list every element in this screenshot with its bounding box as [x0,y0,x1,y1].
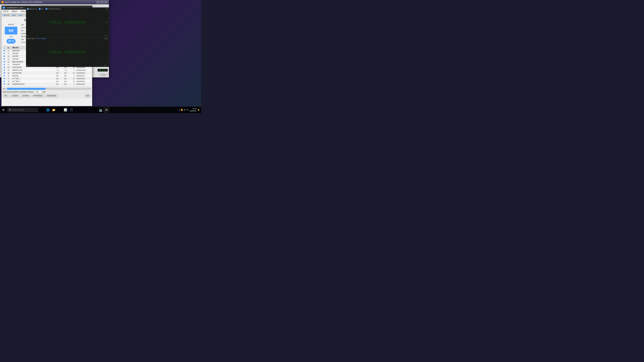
smart-raw-cell: 0000000000 [76,77,91,80]
smart-id-cell: 17 [7,77,12,80]
aida-maximize-btn[interactable]: □ [100,1,104,4]
chart-y-right-bottom-2: 0% [104,65,108,66]
smart-threshold-cell: 0 [67,69,75,72]
taskbar-app-edge[interactable]: 🌐 [45,107,50,113]
stop-btn[interactable]: 停止 [3,94,9,97]
smart-id-cell: 02 [7,52,12,55]
menu-edit[interactable]: 编辑(E) [11,10,18,13]
smart-name-cell: 由厂商定义 [12,80,52,83]
smart-name-cell: 加速度感应错误率 [12,83,52,86]
chart-y-right-bottom: 35 [106,35,108,36]
back-btn[interactable]: 返回 [84,94,91,97]
read-detect-btn[interactable]: 读取检测信息 [45,94,58,97]
taskbar-app-music[interactable]: 🎵 [68,107,74,113]
smart-dot-cell [3,63,7,66]
cpu-throttling-label: CPU Throttling [37,38,46,39]
taskbar-clock: 16:48 [190,108,196,110]
taskbar-app-store[interactable]: 🛍 [86,107,92,113]
smart-dot-cell [3,77,7,80]
taskbar-app-photos[interactable]: 🖼 [92,107,98,113]
smart-raw-cell: 000000049CF [76,69,91,72]
save-detect-btn[interactable]: 保存检测信息 [32,94,44,97]
chart-y-left-1: 100 °C 0 °C [26,7,31,37]
smart-current-cell: 100 [52,83,60,86]
smart-current-cell: 100 [52,74,60,77]
legend-cpu-label: CPU [41,8,44,10]
taskbar-app-downloads[interactable]: ⬇ [74,107,80,113]
menu-file[interactable]: 文件(F) [2,10,9,13]
smart-id-cell: 07 [7,63,12,66]
smart-raw-cell: 0000000051 [76,74,91,77]
taskbar-search-box[interactable]: 🔍 [7,108,38,112]
desktop: i CrystalDiskInfo 9.1.1 x64 — □ × 文件(F) … [0,0,201,113]
smart-id-cell: 09 [7,69,12,72]
taskbar-apps: ⊞ 🌐 📁 ✉ 📊 🎵 ⬇ ⚙ 🛍 🖼 💻 64 [39,107,109,113]
chart-y-right-top: 47 [106,22,108,23]
progress-bar-fill [7,88,46,90]
cdi-app-icon: i [3,6,5,9]
aida-close-btn[interactable]: × [104,1,108,4]
repair-value-input[interactable]: 1180 [35,91,42,93]
table-row: 09 通电时间(小时) 53 53 0 000000049CF [3,69,91,72]
disk-tab-dot-f [19,14,20,16]
taskbar-app-taskview[interactable]: ⊞ [39,107,45,113]
table-row: 0C 通电次数 100 100 0 0000000051 [3,74,91,77]
taskbar-app-office[interactable]: 📊 [62,107,68,113]
chart-y-max: 122 [106,8,108,10]
chart-y-right-top-2: 100% [104,38,108,39]
smart-name-cell: 由厂商定义 [12,77,52,80]
cdi-title: CrystalDiskInfo 9.1.1 x64 [6,7,23,8]
disk-tab-dot-cd [4,14,5,16]
smart-id-cell: 0A [7,72,12,74]
health-badge: 良好 [5,27,17,34]
aida-titlebar[interactable]: A System Stability Test - AIDA64 [ TRIAL… [0,0,109,4]
smart-dot-cell [3,52,7,55]
taskbar-date: 2023/8/31 [190,110,196,112]
save-report-btn[interactable]: 保存报表 [21,94,30,97]
status-bar: 46% 修复时包括读写速度慢于此毫秒数的正常磁道: 1180 毫秒 停止 尝试修… [2,87,92,99]
chart-grid-1 [26,7,109,37]
smart-id-cell: 04 [7,58,12,60]
try-repair-btn[interactable]: 尝试修复 [10,94,20,97]
taskbar-notification[interactable]: 🔔 [198,109,200,111]
elapsed-value: 00:20:27 [98,69,108,71]
smart-name-cell: 通电次数 [12,74,52,77]
smart-id-cell: 08 [7,66,12,69]
smart-dot-cell [3,55,7,58]
smart-dot-cell [3,80,7,83]
taskbar-app-mail[interactable]: ✉ [57,107,62,113]
taskbar-app-settings[interactable]: ⚙ [80,107,86,113]
chart-bg-2: CPU Usage | CPU Throttling 100% 0% [26,37,109,67]
smart-worst-cell: 100 [60,72,67,74]
chart-y-top-2: 100% [26,38,30,39]
smart-id-cell: 18 [7,80,12,83]
taskbar-app-64[interactable]: 64 [104,107,109,113]
smart-raw-cell: 0000000000 [76,72,91,74]
smart-threshold-cell: 0 [67,74,75,77]
taskbar-app-terminal[interactable]: 💻 [98,107,104,113]
search-input[interactable] [12,109,36,111]
smart-id-cell: BF [7,83,12,86]
table-row: 17 由厂商定义 100 100 75 0000000000 [3,77,91,80]
taskbar-arrow[interactable]: ∧ [178,109,180,111]
progress-percent: 46% [3,88,6,90]
smart-dot-cell [3,58,7,60]
chart-legend-1: ✓ Motherboard ✓ CPU ✓ TOSHIBA HDWD130 [27,8,61,10]
taskbar-app-files[interactable]: 📁 [51,107,56,113]
aida-final-close-btn[interactable]: Close [99,73,108,76]
taskbar-sound: 🔊 [184,109,186,111]
disk-tab-f[interactable]: F: [18,14,24,16]
taskbar-time[interactable]: 16:48 2023/8/31 [190,108,196,112]
repair-note: 修复时包括读写速度慢于此毫秒数的正常磁道: [3,91,34,93]
start-button[interactable]: ⊞ [0,107,7,113]
aida-minimize-btn[interactable]: — [96,1,100,4]
disk-tab-cd[interactable]: C: D: [2,14,10,16]
disk-tab-e[interactable]: E: [11,14,17,16]
smart-name-cell: 通电时间(小时) [12,69,52,72]
temperature-chart: ✓ Motherboard ✓ CPU ✓ TOSHIBA HDWD130 [26,7,109,37]
table-row: 0A 起转重试次数 100 100 30 0000000000 [3,72,91,74]
smart-id-cell: 01 [7,49,12,52]
smart-threshold-cell: 75 [67,77,75,80]
disk-tab-dot-e [12,14,14,16]
smart-dot-cell [3,60,7,63]
